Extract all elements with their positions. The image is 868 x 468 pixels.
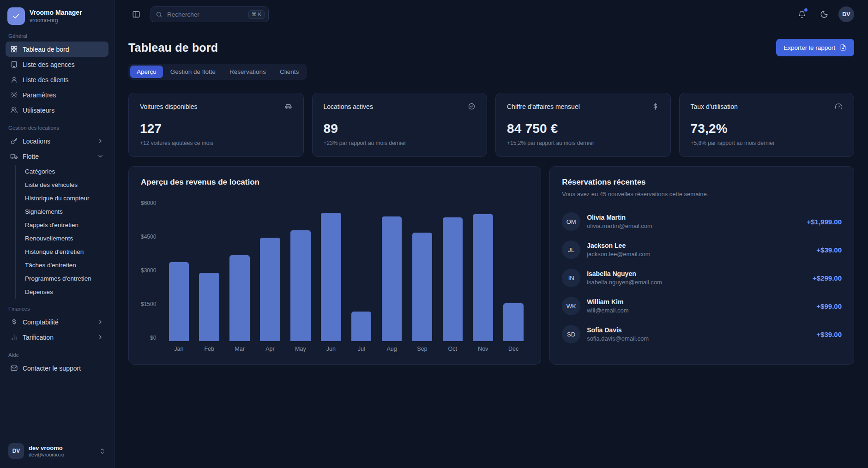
dollar-icon (651, 102, 659, 110)
chevron-right-icon (97, 138, 104, 144)
sidebar-subitem-renouvellements[interactable]: Renouvellements (21, 232, 108, 245)
bar-column (285, 200, 316, 341)
export-report-label: Exporter le rapport (784, 44, 835, 51)
x-tick-label: Dec (498, 346, 529, 352)
sidebar-subitem-categories[interactable]: Catégories (21, 165, 108, 178)
reservation-amount: +$299.00 (813, 274, 842, 282)
x-tick-label: Nov (468, 346, 498, 352)
stat-card-taux-d-utilisation: Taux d'utilisation73,2%+5,8% par rapport… (679, 93, 855, 157)
stat-title: Taux d'utilisation (691, 103, 738, 110)
sidebar-item-label: Flotte (23, 153, 39, 160)
search-shortcut-badge: ⌘ K (248, 10, 265, 19)
avatar: JL (562, 240, 580, 259)
search-input[interactable] (166, 11, 245, 18)
page-title: Tableau de bord (128, 41, 218, 54)
sidebar-subitem-liste-des-vehicules[interactable]: Liste des véhicules (21, 178, 108, 192)
stat-card-header: Taux d'utilisation (691, 102, 843, 110)
topbar-user-avatar[interactable]: DV (838, 6, 854, 22)
sidebar-item-utilisateurs[interactable]: Utilisateurs (6, 102, 108, 118)
sidebar-submenu: CatégoriesListe des véhiculesHistorique … (15, 165, 108, 299)
dashboard-icon (10, 45, 18, 53)
sidebar-subitem-programmes-d-entretien[interactable]: Programmes d'entretien (21, 272, 108, 285)
avatar: WK (562, 297, 580, 315)
reservation-info: William Kimwill@email.com (587, 298, 629, 314)
stat-title: Voitures disponibles (140, 103, 198, 110)
revenue-bar (473, 214, 493, 341)
topbar-actions: DV (794, 6, 854, 22)
revenue-bar (229, 255, 249, 341)
revenue-bar (169, 262, 189, 341)
sidebar-item-label: Liste des agences (23, 61, 75, 68)
reservation-amount: +$39.00 (816, 246, 842, 254)
sidebar: Vroomo Manager vroomo-org GénéralTableau… (0, 0, 115, 468)
sidebar-item-label: Tarification (23, 334, 54, 341)
tab-reservations[interactable]: Réservations (223, 66, 272, 78)
topbar: ⌘ K DV (128, 0, 854, 29)
sidebar-nav: GénéralTableau de bordListe des agencesL… (6, 30, 108, 439)
check-circle-icon (468, 102, 476, 110)
chart-x-axis: JanFebMarAprMayJunJulAugSepOctNovDec (163, 346, 529, 352)
sidebar-item-locations[interactable]: Locations (6, 133, 108, 149)
reservation-name: Sofia Davis (587, 326, 649, 334)
tab-gestion-de-flotte[interactable]: Gestion de flotte (164, 66, 222, 78)
sidebar-item-liste-des-agences[interactable]: Liste des agences (6, 57, 108, 72)
recent-reservations-card: Réservations récentes Vous avez eu 45 no… (549, 166, 854, 365)
stat-card-locations-actives: Locations actives89+23% par rapport au m… (312, 93, 488, 157)
reservation-info: Isabella Nguyenisabella.nguyen@email.com (587, 270, 662, 286)
revenue-bar (351, 312, 371, 341)
stat-card-header: Locations actives (324, 102, 476, 110)
page-header: Tableau de bord Exporter le rapport (128, 39, 854, 56)
y-tick-label: $1500 (141, 301, 156, 307)
sidebar-item-tarification[interactable]: Tarification (6, 330, 108, 345)
sidebar-toggle-button[interactable] (128, 6, 144, 22)
sidebar-subitem-historique-d-entretien[interactable]: Historique d'entretien (21, 245, 108, 258)
theme-toggle-button[interactable] (816, 6, 832, 22)
search-box[interactable]: ⌘ K (151, 6, 269, 22)
chevron-right-icon (97, 318, 104, 325)
sidebar-section-label: Général (8, 33, 106, 39)
chevron-right-icon (97, 334, 104, 341)
dashboard-panels: Aperçu des revenus de location $6000$450… (128, 166, 854, 365)
y-tick-label: $3000 (141, 267, 156, 274)
reservation-info: Jackson Leejackson.lee@email.com (587, 242, 650, 258)
reservation-name: Olivia Martin (587, 214, 652, 221)
bar-column (437, 200, 468, 341)
sidebar-subitem-signalements[interactable]: Signalements (21, 205, 108, 218)
sidebar-item-contacter-le-support[interactable]: Contacter le support (6, 360, 108, 376)
revenue-bar (412, 233, 432, 341)
moon-icon (820, 10, 828, 18)
stat-value: 84 750 € (507, 121, 659, 136)
sidebar-item-comptabilite[interactable]: Comptabilité (6, 314, 108, 330)
export-report-button[interactable]: Exporter le rapport (776, 39, 854, 56)
reservation-row: SDSofia Davissofia.davis@email.com+$39.0… (562, 320, 842, 348)
sidebar-item-liste-des-clients[interactable]: Liste des clients (6, 72, 108, 87)
x-tick-label: May (285, 346, 316, 352)
tab-clients[interactable]: Clients (273, 66, 305, 78)
sidebar-subitem-historique-du-compteur[interactable]: Historique du compteur (21, 192, 108, 205)
stat-subtext: +15,2% par rapport au mois dernier (507, 140, 659, 146)
sidebar-subitem-depenses[interactable]: Dépenses (21, 285, 108, 299)
stat-card-voitures-disponibles: Voitures disponibles127+12 voitures ajou… (128, 93, 304, 157)
reservation-amount: +$1,999.00 (807, 218, 842, 226)
sidebar-item-label: Comptabilité (23, 318, 59, 326)
sidebar-item-label: Locations (23, 138, 50, 145)
sidebar-item-parametres[interactable]: Paramètres (6, 87, 108, 102)
reservation-email: sofia.davis@email.com (587, 335, 649, 342)
chevrons-up-down-icon (99, 448, 106, 455)
reservations-subtitle: Vous avez eu 45 nouvelles réservations c… (562, 191, 842, 198)
sidebar-item-tableau-de-bord[interactable]: Tableau de bord (6, 42, 108, 57)
stat-subtext: +12 voitures ajoutées ce mois (140, 140, 292, 146)
user-menu-button[interactable]: DV dev vroomo dev@vroomo.io (6, 439, 108, 462)
sidebar-subitem-rappels-d-entretien[interactable]: Rappels d'entretien (21, 218, 108, 232)
x-tick-label: Feb (194, 346, 224, 352)
org-switcher[interactable]: Vroomo Manager vroomo-org (6, 6, 108, 30)
reservation-info: Sofia Davissofia.davis@email.com (587, 326, 649, 342)
tab-apercu[interactable]: Aperçu (130, 66, 163, 78)
notifications-button[interactable] (794, 6, 810, 22)
clients-icon (10, 76, 18, 84)
sidebar-subitem-taches-d-entretien[interactable]: Tâches d'entretien (21, 258, 108, 272)
sidebar-item-flotte[interactable]: Flotte (6, 149, 108, 164)
stat-card-chiffre-d-affaires-mensuel: Chiffre d'affaires mensuel84 750 €+15,2%… (495, 93, 671, 157)
stat-subtext: +23% par rapport au mois dernier (324, 140, 476, 146)
stat-title: Chiffre d'affaires mensuel (507, 103, 580, 110)
